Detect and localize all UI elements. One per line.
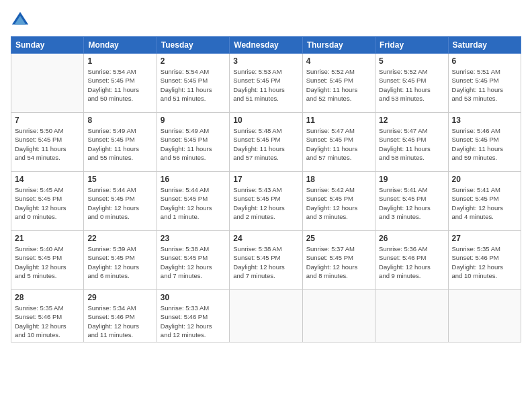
day-number: 3 (233, 56, 298, 66)
header-cell-saturday: Saturday (448, 37, 521, 54)
day-cell: 9Sunrise: 5:49 AMSunset: 5:45 PMDaylight… (157, 113, 229, 172)
day-cell: 2Sunrise: 5:54 AMSunset: 5:45 PMDaylight… (157, 54, 229, 113)
day-info: Sunrise: 5:47 AMSunset: 5:45 PMDaylight:… (306, 126, 371, 162)
day-info: Sunrise: 5:54 AMSunset: 5:45 PMDaylight:… (87, 67, 152, 103)
day-cell: 1Sunrise: 5:54 AMSunset: 5:45 PMDaylight… (84, 54, 157, 113)
day-cell: 12Sunrise: 5:47 AMSunset: 5:45 PMDayligh… (375, 113, 448, 172)
day-info: Sunrise: 5:35 AMSunset: 5:46 PMDaylight:… (15, 304, 80, 339)
day-cell: 6Sunrise: 5:51 AMSunset: 5:45 PMDaylight… (448, 54, 521, 113)
day-cell: 23Sunrise: 5:38 AMSunset: 5:45 PMDayligh… (157, 231, 229, 290)
day-number: 24 (233, 234, 298, 243)
day-cell: 7Sunrise: 5:50 AMSunset: 5:45 PMDaylight… (11, 113, 84, 172)
day-info: Sunrise: 5:44 AMSunset: 5:45 PMDaylight:… (161, 185, 226, 221)
day-cell: 21Sunrise: 5:40 AMSunset: 5:45 PMDayligh… (11, 231, 84, 290)
day-number: 22 (87, 234, 152, 243)
day-info: Sunrise: 5:37 AMSunset: 5:45 PMDaylight:… (306, 244, 371, 280)
day-number: 28 (15, 293, 80, 302)
day-cell (230, 290, 302, 342)
day-cell: 22Sunrise: 5:39 AMSunset: 5:45 PMDayligh… (84, 231, 157, 290)
day-info: Sunrise: 5:44 AMSunset: 5:45 PMDaylight:… (87, 185, 152, 221)
day-cell: 25Sunrise: 5:37 AMSunset: 5:45 PMDayligh… (302, 231, 375, 290)
day-number: 16 (161, 175, 226, 184)
week-row-1: 1Sunrise: 5:54 AMSunset: 5:45 PMDaylight… (11, 54, 521, 113)
day-cell: 15Sunrise: 5:44 AMSunset: 5:45 PMDayligh… (84, 172, 157, 231)
day-info: Sunrise: 5:49 AMSunset: 5:45 PMDaylight:… (87, 126, 152, 162)
day-info: Sunrise: 5:41 AMSunset: 5:45 PMDaylight:… (379, 185, 444, 221)
day-number: 20 (452, 175, 517, 184)
day-info: Sunrise: 5:39 AMSunset: 5:45 PMDaylight:… (87, 244, 152, 280)
week-row-3: 14Sunrise: 5:45 AMSunset: 5:45 PMDayligh… (11, 172, 521, 231)
header-cell-sunday: Sunday (11, 37, 84, 54)
day-info: Sunrise: 5:45 AMSunset: 5:45 PMDaylight:… (15, 185, 80, 221)
day-info: Sunrise: 5:48 AMSunset: 5:45 PMDaylight:… (233, 126, 298, 162)
page: SundayMondayTuesdayWednesdayThursdayFrid… (0, 0, 532, 411)
day-cell: 30Sunrise: 5:33 AMSunset: 5:46 PMDayligh… (157, 290, 229, 342)
day-number: 5 (379, 56, 444, 66)
week-row-4: 21Sunrise: 5:40 AMSunset: 5:45 PMDayligh… (11, 231, 521, 290)
header (11, 11, 521, 30)
day-info: Sunrise: 5:38 AMSunset: 5:45 PMDaylight:… (161, 244, 226, 280)
day-number: 12 (379, 116, 444, 125)
day-info: Sunrise: 5:38 AMSunset: 5:45 PMDaylight:… (233, 244, 298, 280)
logo (11, 11, 32, 30)
day-cell: 17Sunrise: 5:43 AMSunset: 5:45 PMDayligh… (230, 172, 302, 231)
day-number: 23 (161, 234, 226, 243)
day-number: 27 (452, 234, 517, 243)
day-number: 14 (15, 175, 80, 184)
day-cell (11, 54, 84, 113)
day-info: Sunrise: 5:35 AMSunset: 5:46 PMDaylight:… (452, 244, 517, 280)
day-number: 1 (87, 56, 152, 66)
day-number: 11 (306, 116, 371, 125)
day-info: Sunrise: 5:40 AMSunset: 5:45 PMDaylight:… (15, 244, 80, 280)
day-number: 2 (161, 56, 226, 66)
day-number: 4 (306, 56, 371, 66)
day-cell: 26Sunrise: 5:36 AMSunset: 5:46 PMDayligh… (375, 231, 448, 290)
header-cell-friday: Friday (375, 37, 448, 54)
day-info: Sunrise: 5:43 AMSunset: 5:45 PMDaylight:… (233, 185, 298, 221)
day-number: 29 (87, 293, 152, 302)
day-info: Sunrise: 5:51 AMSunset: 5:45 PMDaylight:… (452, 67, 517, 103)
day-info: Sunrise: 5:33 AMSunset: 5:46 PMDaylight:… (161, 304, 226, 339)
day-cell: 14Sunrise: 5:45 AMSunset: 5:45 PMDayligh… (11, 172, 84, 231)
header-cell-tuesday: Tuesday (157, 37, 229, 54)
day-number: 18 (306, 175, 371, 184)
header-row: SundayMondayTuesdayWednesdayThursdayFrid… (11, 37, 521, 54)
day-cell: 3Sunrise: 5:53 AMSunset: 5:45 PMDaylight… (230, 54, 302, 113)
day-cell (302, 290, 375, 342)
header-cell-thursday: Thursday (302, 37, 375, 54)
header-cell-wednesday: Wednesday (230, 37, 302, 54)
week-row-2: 7Sunrise: 5:50 AMSunset: 5:45 PMDaylight… (11, 113, 521, 172)
day-cell: 16Sunrise: 5:44 AMSunset: 5:45 PMDayligh… (157, 172, 229, 231)
day-cell: 29Sunrise: 5:34 AMSunset: 5:46 PMDayligh… (84, 290, 157, 342)
day-number: 10 (233, 116, 298, 125)
week-row-5: 28Sunrise: 5:35 AMSunset: 5:46 PMDayligh… (11, 290, 521, 342)
day-cell: 10Sunrise: 5:48 AMSunset: 5:45 PMDayligh… (230, 113, 302, 172)
day-info: Sunrise: 5:49 AMSunset: 5:45 PMDaylight:… (161, 126, 226, 162)
day-cell: 5Sunrise: 5:52 AMSunset: 5:45 PMDaylight… (375, 54, 448, 113)
day-cell (448, 290, 521, 342)
day-info: Sunrise: 5:52 AMSunset: 5:45 PMDaylight:… (306, 67, 371, 103)
header-cell-monday: Monday (84, 37, 157, 54)
day-cell: 4Sunrise: 5:52 AMSunset: 5:45 PMDaylight… (302, 54, 375, 113)
day-cell: 18Sunrise: 5:42 AMSunset: 5:45 PMDayligh… (302, 172, 375, 231)
day-info: Sunrise: 5:53 AMSunset: 5:45 PMDaylight:… (233, 67, 298, 103)
day-info: Sunrise: 5:42 AMSunset: 5:45 PMDaylight:… (306, 185, 371, 221)
day-info: Sunrise: 5:52 AMSunset: 5:45 PMDaylight:… (379, 67, 444, 103)
day-cell: 27Sunrise: 5:35 AMSunset: 5:46 PMDayligh… (448, 231, 521, 290)
day-cell: 24Sunrise: 5:38 AMSunset: 5:45 PMDayligh… (230, 231, 302, 290)
day-cell: 8Sunrise: 5:49 AMSunset: 5:45 PMDaylight… (84, 113, 157, 172)
day-info: Sunrise: 5:47 AMSunset: 5:45 PMDaylight:… (379, 126, 444, 162)
day-number: 30 (161, 293, 226, 302)
day-info: Sunrise: 5:41 AMSunset: 5:45 PMDaylight:… (452, 185, 517, 221)
day-cell (375, 290, 448, 342)
day-info: Sunrise: 5:54 AMSunset: 5:45 PMDaylight:… (161, 67, 226, 103)
day-number: 8 (87, 116, 152, 125)
day-number: 15 (87, 175, 152, 184)
day-info: Sunrise: 5:46 AMSunset: 5:45 PMDaylight:… (452, 126, 517, 162)
day-number: 25 (306, 234, 371, 243)
day-number: 13 (452, 116, 517, 125)
day-number: 26 (379, 234, 444, 243)
day-info: Sunrise: 5:36 AMSunset: 5:46 PMDaylight:… (379, 244, 444, 280)
day-info: Sunrise: 5:50 AMSunset: 5:45 PMDaylight:… (15, 126, 80, 162)
day-number: 17 (233, 175, 298, 184)
